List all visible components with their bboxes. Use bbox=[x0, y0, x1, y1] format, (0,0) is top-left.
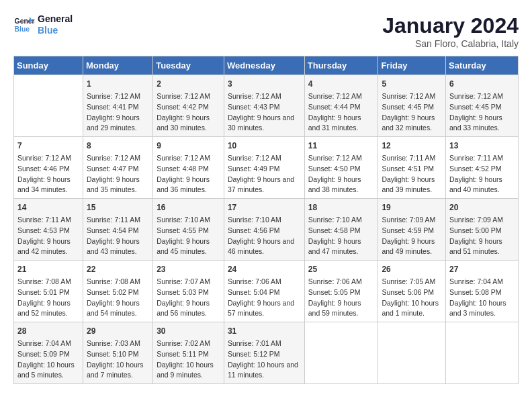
sunrise-text: Sunrise: 7:08 AM bbox=[17, 277, 71, 285]
daylight-text: Daylight: 9 hours and 37 minutes. bbox=[228, 175, 294, 194]
calendar-cell: 15Sunrise: 7:11 AMSunset: 4:54 PMDayligh… bbox=[83, 199, 152, 261]
sunset-text: Sunset: 4:59 PM bbox=[382, 226, 434, 234]
day-number: 4 bbox=[308, 78, 375, 90]
day-number: 11 bbox=[308, 140, 375, 152]
calendar-cell: 19Sunrise: 7:09 AMSunset: 4:59 PMDayligh… bbox=[378, 199, 446, 261]
calendar-cell: 14Sunrise: 7:11 AMSunset: 4:53 PMDayligh… bbox=[14, 199, 83, 261]
daylight-text: Daylight: 9 hours and 31 minutes. bbox=[308, 113, 361, 132]
daylight-text: Daylight: 9 hours and 30 minutes. bbox=[228, 113, 294, 132]
day-number: 29 bbox=[87, 325, 149, 337]
daylight-text: Daylight: 10 hours and 7 minutes. bbox=[87, 361, 144, 379]
sunrise-text: Sunrise: 7:11 AM bbox=[382, 154, 435, 162]
day-number: 20 bbox=[449, 201, 515, 214]
sunrise-text: Sunrise: 7:12 AM bbox=[228, 154, 281, 162]
daylight-text: Daylight: 10 hours and 3 minutes. bbox=[449, 299, 506, 318]
daylight-text: Daylight: 9 hours and 52 minutes. bbox=[17, 299, 71, 318]
day-number: 5 bbox=[382, 78, 442, 90]
calendar-cell: 9Sunrise: 7:12 AMSunset: 4:48 PMDaylight… bbox=[153, 137, 224, 199]
sunrise-text: Sunrise: 7:12 AM bbox=[308, 92, 362, 100]
calendar-cell bbox=[14, 75, 83, 137]
calendar-week-row: 28Sunrise: 7:04 AMSunset: 5:09 PMDayligh… bbox=[14, 322, 519, 384]
calendar-cell bbox=[378, 322, 446, 384]
day-number: 9 bbox=[157, 140, 220, 152]
day-number: 2 bbox=[157, 78, 220, 90]
day-number: 17 bbox=[228, 201, 301, 214]
calendar-week-row: 14Sunrise: 7:11 AMSunset: 4:53 PMDayligh… bbox=[14, 199, 519, 261]
sunset-text: Sunset: 4:42 PM bbox=[157, 103, 209, 111]
calendar-cell: 31Sunrise: 7:01 AMSunset: 5:12 PMDayligh… bbox=[224, 322, 304, 384]
daylight-text: Daylight: 10 hours and 1 minute. bbox=[382, 299, 439, 318]
calendar-header-friday: Friday bbox=[378, 56, 446, 75]
sunrise-text: Sunrise: 7:07 AM bbox=[157, 277, 210, 285]
sunset-text: Sunset: 4:52 PM bbox=[449, 165, 502, 173]
calendar-cell: 8Sunrise: 7:12 AMSunset: 4:47 PMDaylight… bbox=[83, 137, 152, 199]
sunrise-text: Sunrise: 7:04 AM bbox=[17, 339, 71, 347]
sunset-text: Sunset: 4:53 PM bbox=[17, 226, 70, 234]
sunrise-text: Sunrise: 7:12 AM bbox=[87, 92, 140, 100]
daylight-text: Daylight: 9 hours and 47 minutes. bbox=[308, 237, 361, 256]
day-number: 30 bbox=[157, 325, 220, 337]
sunrise-text: Sunrise: 7:12 AM bbox=[157, 92, 210, 100]
sunset-text: Sunset: 4:48 PM bbox=[157, 165, 209, 173]
sunset-text: Sunset: 5:12 PM bbox=[228, 350, 280, 358]
sunset-text: Sunset: 4:41 PM bbox=[87, 103, 139, 111]
page-header: General Blue General Blue January 2024 S… bbox=[13, 13, 519, 49]
day-number: 21 bbox=[17, 263, 79, 275]
sunset-text: Sunset: 5:03 PM bbox=[157, 288, 209, 296]
calendar-cell: 23Sunrise: 7:07 AMSunset: 5:03 PMDayligh… bbox=[153, 261, 224, 322]
day-number: 7 bbox=[17, 140, 79, 152]
calendar-cell: 4Sunrise: 7:12 AMSunset: 4:44 PMDaylight… bbox=[304, 75, 378, 137]
calendar-cell: 24Sunrise: 7:06 AMSunset: 5:04 PMDayligh… bbox=[224, 261, 304, 322]
calendar-header-wednesday: Wednesday bbox=[224, 56, 304, 75]
calendar-cell bbox=[304, 322, 378, 384]
daylight-text: Daylight: 9 hours and 45 minutes. bbox=[157, 237, 210, 256]
daylight-text: Daylight: 9 hours and 40 minutes. bbox=[449, 175, 502, 194]
daylight-text: Daylight: 9 hours and 42 minutes. bbox=[17, 237, 71, 256]
calendar-week-row: 7Sunrise: 7:12 AMSunset: 4:46 PMDaylight… bbox=[14, 137, 519, 199]
calendar-header-tuesday: Tuesday bbox=[153, 56, 224, 75]
calendar-cell: 26Sunrise: 7:05 AMSunset: 5:06 PMDayligh… bbox=[378, 261, 446, 322]
svg-text:Blue: Blue bbox=[15, 25, 30, 32]
day-number: 18 bbox=[308, 201, 375, 214]
sunrise-text: Sunrise: 7:03 AM bbox=[87, 339, 140, 347]
logo-line2: Blue bbox=[38, 25, 73, 36]
daylight-text: Daylight: 9 hours and 43 minutes. bbox=[87, 237, 140, 256]
calendar-header-thursday: Thursday bbox=[304, 56, 378, 75]
sunset-text: Sunset: 4:43 PM bbox=[228, 103, 280, 111]
logo-line1: General bbox=[38, 13, 73, 25]
daylight-text: Daylight: 9 hours and 35 minutes. bbox=[87, 175, 140, 194]
sunset-text: Sunset: 4:45 PM bbox=[382, 103, 434, 111]
day-number: 3 bbox=[228, 78, 301, 90]
sunrise-text: Sunrise: 7:12 AM bbox=[87, 154, 140, 162]
sunrise-text: Sunrise: 7:12 AM bbox=[449, 92, 503, 100]
sunrise-text: Sunrise: 7:12 AM bbox=[228, 92, 281, 100]
sunset-text: Sunset: 5:10 PM bbox=[87, 350, 139, 358]
calendar-header-sunday: Sunday bbox=[14, 56, 83, 75]
daylight-text: Daylight: 9 hours and 49 minutes. bbox=[382, 237, 435, 256]
sunrise-text: Sunrise: 7:10 AM bbox=[308, 216, 362, 224]
day-number: 12 bbox=[382, 140, 442, 152]
daylight-text: Daylight: 10 hours and 11 minutes. bbox=[228, 361, 298, 379]
calendar-cell: 30Sunrise: 7:02 AMSunset: 5:11 PMDayligh… bbox=[153, 322, 224, 384]
sunrise-text: Sunrise: 7:06 AM bbox=[308, 277, 362, 285]
sunset-text: Sunset: 5:05 PM bbox=[308, 288, 361, 296]
daylight-text: Daylight: 10 hours and 5 minutes. bbox=[17, 361, 75, 379]
day-number: 27 bbox=[449, 263, 515, 275]
calendar-week-row: 21Sunrise: 7:08 AMSunset: 5:01 PMDayligh… bbox=[14, 261, 519, 322]
calendar-cell: 10Sunrise: 7:12 AMSunset: 4:49 PMDayligh… bbox=[224, 137, 304, 199]
calendar-cell: 12Sunrise: 7:11 AMSunset: 4:51 PMDayligh… bbox=[378, 137, 446, 199]
daylight-text: Daylight: 9 hours and 30 minutes. bbox=[157, 113, 210, 132]
day-number: 22 bbox=[87, 263, 149, 275]
daylight-text: Daylight: 9 hours and 36 minutes. bbox=[157, 175, 210, 194]
sunset-text: Sunset: 4:47 PM bbox=[87, 165, 139, 173]
day-number: 10 bbox=[228, 140, 301, 152]
calendar-cell: 25Sunrise: 7:06 AMSunset: 5:05 PMDayligh… bbox=[304, 261, 378, 322]
daylight-text: Daylight: 9 hours and 34 minutes. bbox=[17, 175, 71, 194]
daylight-text: Daylight: 10 hours and 9 minutes. bbox=[157, 361, 214, 379]
calendar-cell: 5Sunrise: 7:12 AMSunset: 4:45 PMDaylight… bbox=[378, 75, 446, 137]
location: San Floro, Calabria, Italy bbox=[382, 38, 519, 49]
day-number: 15 bbox=[87, 201, 149, 214]
day-number: 1 bbox=[87, 78, 149, 90]
sunset-text: Sunset: 4:46 PM bbox=[17, 165, 70, 173]
daylight-text: Daylight: 9 hours and 33 minutes. bbox=[449, 113, 502, 132]
